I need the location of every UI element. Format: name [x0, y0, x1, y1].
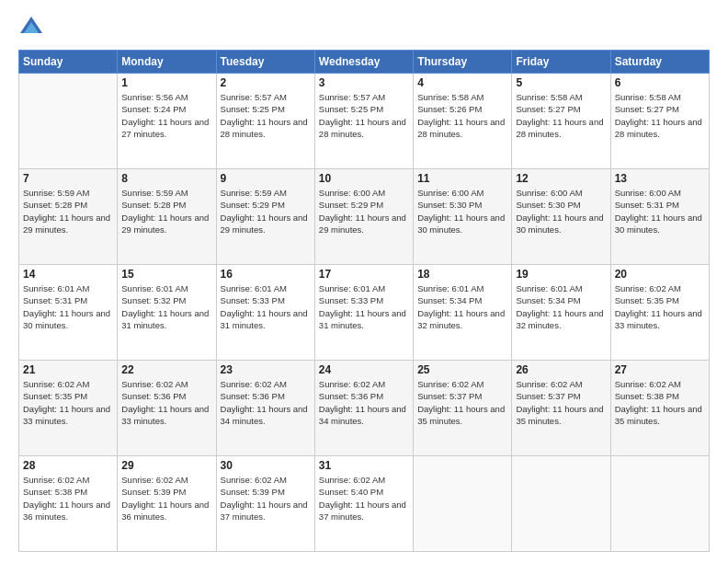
day-number: 12: [516, 172, 606, 185]
day-info: Sunrise: 6:00 AMSunset: 5:29 PMDaylight:…: [319, 187, 409, 236]
day-info: Sunrise: 5:58 AMSunset: 5:27 PMDaylight:…: [615, 91, 705, 140]
day-number: 10: [319, 172, 409, 185]
day-number: 7: [23, 172, 113, 185]
day-info: Sunrise: 5:59 AMSunset: 5:29 PMDaylight:…: [221, 187, 311, 236]
day-number: 11: [417, 172, 507, 185]
day-info: Sunrise: 5:57 AMSunset: 5:25 PMDaylight:…: [319, 91, 409, 140]
day-info: Sunrise: 6:02 AMSunset: 5:38 PMDaylight:…: [23, 474, 113, 523]
day-number: 31: [319, 459, 409, 472]
day-number: 21: [23, 363, 113, 376]
day-info: Sunrise: 6:01 AMSunset: 5:31 PMDaylight:…: [23, 282, 113, 331]
day-number: 18: [417, 268, 507, 281]
day-number: 14: [23, 268, 113, 281]
day-number: 23: [221, 363, 311, 376]
weekday-header: Sunday: [19, 51, 118, 74]
day-number: 9: [221, 172, 311, 185]
calendar-cell: 7Sunrise: 5:59 AMSunset: 5:28 PMDaylight…: [19, 169, 118, 265]
calendar-cell: [414, 456, 512, 552]
calendar-cell: 16Sunrise: 6:01 AMSunset: 5:33 PMDayligh…: [216, 265, 314, 361]
day-number: 6: [615, 76, 705, 89]
calendar-cell: 2Sunrise: 5:57 AMSunset: 5:25 PMDaylight…: [216, 74, 314, 169]
calendar-week-row: 1Sunrise: 5:56 AMSunset: 5:24 PMDaylight…: [19, 74, 710, 169]
day-info: Sunrise: 5:59 AMSunset: 5:28 PMDaylight:…: [121, 187, 211, 236]
calendar-cell: 14Sunrise: 6:01 AMSunset: 5:31 PMDayligh…: [19, 265, 118, 361]
day-info: Sunrise: 6:01 AMSunset: 5:34 PMDaylight:…: [417, 282, 507, 331]
calendar-cell: 9Sunrise: 5:59 AMSunset: 5:29 PMDaylight…: [216, 169, 314, 265]
weekday-header: Wednesday: [314, 51, 413, 74]
day-info: Sunrise: 6:02 AMSunset: 5:35 PMDaylight:…: [615, 282, 705, 331]
calendar-cell: 27Sunrise: 6:02 AMSunset: 5:38 PMDayligh…: [610, 361, 709, 456]
day-info: Sunrise: 5:57 AMSunset: 5:25 PMDaylight:…: [221, 91, 311, 140]
calendar-cell: [610, 456, 709, 552]
day-number: 24: [319, 363, 409, 376]
day-number: 1: [121, 76, 211, 89]
calendar-week-row: 28Sunrise: 6:02 AMSunset: 5:38 PMDayligh…: [19, 456, 710, 552]
calendar-cell: 1Sunrise: 5:56 AMSunset: 5:24 PMDaylight…: [118, 74, 216, 169]
day-number: 4: [417, 76, 507, 89]
day-number: 5: [516, 76, 606, 89]
day-number: 15: [121, 268, 211, 281]
calendar-week-row: 7Sunrise: 5:59 AMSunset: 5:28 PMDaylight…: [19, 169, 710, 265]
calendar-cell: 12Sunrise: 6:00 AMSunset: 5:30 PMDayligh…: [512, 169, 610, 265]
day-info: Sunrise: 6:02 AMSunset: 5:37 PMDaylight:…: [516, 378, 606, 427]
calendar-cell: [19, 74, 118, 169]
calendar-cell: [512, 456, 610, 552]
calendar-cell: 28Sunrise: 6:02 AMSunset: 5:38 PMDayligh…: [19, 456, 118, 552]
day-number: 2: [221, 76, 311, 89]
calendar-cell: 10Sunrise: 6:00 AMSunset: 5:29 PMDayligh…: [314, 169, 413, 265]
day-number: 26: [516, 363, 606, 376]
day-info: Sunrise: 5:58 AMSunset: 5:27 PMDaylight:…: [516, 91, 606, 140]
header: [18, 15, 710, 40]
day-info: Sunrise: 5:59 AMSunset: 5:28 PMDaylight:…: [23, 187, 113, 236]
calendar-cell: 17Sunrise: 6:01 AMSunset: 5:33 PMDayligh…: [314, 265, 413, 361]
day-info: Sunrise: 6:02 AMSunset: 5:39 PMDaylight:…: [121, 474, 211, 523]
day-number: 27: [615, 363, 705, 376]
weekday-header: Monday: [118, 51, 216, 74]
calendar-week-row: 21Sunrise: 6:02 AMSunset: 5:35 PMDayligh…: [19, 361, 710, 456]
calendar-cell: 23Sunrise: 6:02 AMSunset: 5:36 PMDayligh…: [216, 361, 314, 456]
day-info: Sunrise: 6:01 AMSunset: 5:33 PMDaylight:…: [319, 282, 409, 331]
day-number: 16: [221, 268, 311, 281]
day-info: Sunrise: 6:02 AMSunset: 5:38 PMDaylight:…: [615, 378, 705, 427]
logo: [18, 15, 48, 40]
day-info: Sunrise: 6:01 AMSunset: 5:33 PMDaylight:…: [221, 282, 311, 331]
day-info: Sunrise: 6:02 AMSunset: 5:36 PMDaylight:…: [121, 378, 211, 427]
day-info: Sunrise: 6:02 AMSunset: 5:36 PMDaylight:…: [319, 378, 409, 427]
calendar-cell: 15Sunrise: 6:01 AMSunset: 5:32 PMDayligh…: [118, 265, 216, 361]
day-info: Sunrise: 6:01 AMSunset: 5:34 PMDaylight:…: [516, 282, 606, 331]
weekday-header: Saturday: [610, 51, 709, 74]
day-number: 3: [319, 76, 409, 89]
calendar-cell: 3Sunrise: 5:57 AMSunset: 5:25 PMDaylight…: [314, 74, 413, 169]
calendar-header-row: SundayMondayTuesdayWednesdayThursdayFrid…: [19, 51, 710, 74]
day-number: 17: [319, 268, 409, 281]
day-number: 30: [221, 459, 311, 472]
calendar-cell: 20Sunrise: 6:02 AMSunset: 5:35 PMDayligh…: [610, 265, 709, 361]
weekday-header: Friday: [512, 51, 610, 74]
calendar-table: SundayMondayTuesdayWednesdayThursdayFrid…: [18, 50, 710, 552]
calendar-cell: 6Sunrise: 5:58 AMSunset: 5:27 PMDaylight…: [610, 74, 709, 169]
day-info: Sunrise: 5:58 AMSunset: 5:26 PMDaylight:…: [417, 91, 507, 140]
day-info: Sunrise: 6:02 AMSunset: 5:37 PMDaylight:…: [417, 378, 507, 427]
calendar-cell: 21Sunrise: 6:02 AMSunset: 5:35 PMDayligh…: [19, 361, 118, 456]
calendar-week-row: 14Sunrise: 6:01 AMSunset: 5:31 PMDayligh…: [19, 265, 710, 361]
day-info: Sunrise: 6:02 AMSunset: 5:39 PMDaylight:…: [221, 474, 311, 523]
page: SundayMondayTuesdayWednesdayThursdayFrid…: [0, 0, 728, 563]
calendar-cell: 13Sunrise: 6:00 AMSunset: 5:31 PMDayligh…: [610, 169, 709, 265]
day-number: 20: [615, 268, 705, 281]
calendar-cell: 11Sunrise: 6:00 AMSunset: 5:30 PMDayligh…: [414, 169, 512, 265]
day-info: Sunrise: 5:56 AMSunset: 5:24 PMDaylight:…: [121, 91, 211, 140]
calendar-cell: 19Sunrise: 6:01 AMSunset: 5:34 PMDayligh…: [512, 265, 610, 361]
day-info: Sunrise: 6:01 AMSunset: 5:32 PMDaylight:…: [121, 282, 211, 331]
day-info: Sunrise: 6:02 AMSunset: 5:40 PMDaylight:…: [319, 474, 409, 523]
day-number: 28: [23, 459, 113, 472]
calendar-cell: 8Sunrise: 5:59 AMSunset: 5:28 PMDaylight…: [118, 169, 216, 265]
calendar-cell: 26Sunrise: 6:02 AMSunset: 5:37 PMDayligh…: [512, 361, 610, 456]
day-number: 29: [121, 459, 211, 472]
calendar-cell: 24Sunrise: 6:02 AMSunset: 5:36 PMDayligh…: [314, 361, 413, 456]
day-number: 19: [516, 268, 606, 281]
day-number: 25: [417, 363, 507, 376]
day-info: Sunrise: 6:00 AMSunset: 5:30 PMDaylight:…: [516, 187, 606, 236]
day-number: 22: [121, 363, 211, 376]
day-info: Sunrise: 6:02 AMSunset: 5:35 PMDaylight:…: [23, 378, 113, 427]
calendar-cell: 22Sunrise: 6:02 AMSunset: 5:36 PMDayligh…: [118, 361, 216, 456]
